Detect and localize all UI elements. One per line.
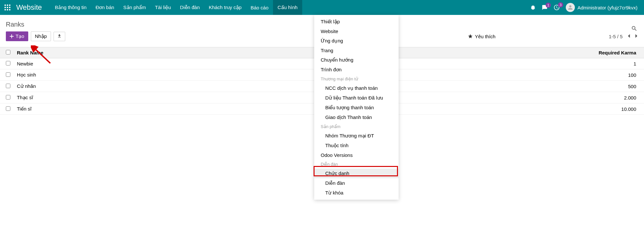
- svg-rect-7: [7, 9, 8, 10]
- download-button[interactable]: [54, 32, 65, 41]
- row-checkbox[interactable]: [6, 95, 10, 100]
- import-button[interactable]: Nhập: [31, 31, 51, 41]
- row-checkbox[interactable]: [6, 84, 10, 88]
- dropdown-item[interactable]: Trang: [314, 46, 399, 55]
- top-navbar: Website Bảng thông tin Đơn bán Sản phẩm …: [0, 0, 644, 15]
- dropdown-item[interactable]: Dữ liệu Thanh toán Đã lưu: [314, 93, 399, 103]
- svg-rect-10: [10, 36, 14, 37]
- menu-bao-cao[interactable]: Báo cáo: [246, 0, 273, 15]
- dropdown-item[interactable]: Odoo Versions: [314, 150, 399, 160]
- create-button[interactable]: Tạo: [6, 31, 28, 41]
- col-rank-name[interactable]: Rank Name: [14, 47, 268, 58]
- dropdown-item[interactable]: Website: [314, 27, 399, 36]
- svg-rect-1: [7, 5, 8, 6]
- user-name: Administrator (yfujz7cr9kvx): [577, 5, 638, 10]
- cell-rank-name: Cử nhân: [14, 81, 268, 92]
- svg-rect-8: [9, 9, 10, 10]
- svg-rect-6: [5, 9, 6, 10]
- config-dropdown: Thiết lậpWebsiteỨng dụngTrangChuyển hướn…: [314, 15, 399, 200]
- dropdown-item[interactable]: Từ khóa: [314, 188, 399, 198]
- pager: 1-5 / 5: [609, 34, 638, 39]
- user-menu[interactable]: Administrator (yfujz7cr9kvx): [566, 3, 638, 12]
- main-menu: Bảng thông tin Đơn bán Sản phẩm Tài liệu…: [50, 0, 302, 15]
- dropdown-item[interactable]: NCC dịch vụ thanh toán: [314, 83, 399, 93]
- pager-text: 1-5 / 5: [609, 34, 623, 39]
- menu-don-ban[interactable]: Đơn bán: [91, 0, 118, 15]
- highlight-annotation: [314, 166, 398, 176]
- chat-badge: 1: [546, 3, 551, 8]
- dropdown-section-header: Thương mại điện tử: [314, 75, 399, 83]
- dropdown-item[interactable]: Diễn đàn: [314, 178, 399, 188]
- pager-next[interactable]: [635, 34, 638, 39]
- dropdown-item[interactable]: Giao dịch Thanh toán: [314, 112, 399, 122]
- favorites-menu[interactable]: Yêu thích: [468, 34, 495, 39]
- svg-rect-5: [9, 7, 10, 8]
- svg-rect-0: [5, 5, 6, 6]
- activity-icon[interactable]: 3: [553, 4, 560, 11]
- dropdown-item[interactable]: Ứng dụng: [314, 36, 399, 46]
- download-icon: [57, 34, 62, 38]
- avatar: [566, 3, 575, 12]
- menu-dien-dan[interactable]: Diễn đàn: [176, 0, 204, 15]
- row-checkbox[interactable]: [6, 106, 10, 111]
- star-icon: [468, 34, 473, 39]
- chat-icon[interactable]: 1: [542, 5, 548, 10]
- menu-bang-thong-tin[interactable]: Bảng thông tin: [50, 0, 91, 15]
- apps-icon[interactable]: [0, 5, 15, 10]
- svg-rect-2: [9, 5, 10, 6]
- select-all-checkbox[interactable]: [6, 50, 10, 54]
- dropdown-item[interactable]: Thiết lập: [314, 17, 399, 27]
- dropdown-item[interactable]: Nhóm Thương mại ĐT: [314, 131, 399, 141]
- cell-rank-name: Học sinh: [14, 69, 268, 81]
- dropdown-item[interactable]: Thuộc tính: [314, 141, 399, 150]
- cell-rank-name: Thạc sĩ: [14, 92, 268, 103]
- menu-khach-truy-cap[interactable]: Khách truy cập: [204, 0, 246, 15]
- bug-icon[interactable]: [530, 5, 536, 10]
- svg-rect-3: [5, 7, 6, 8]
- app-title[interactable]: Website: [15, 3, 50, 12]
- favorites-label: Yêu thích: [475, 34, 495, 39]
- row-checkbox[interactable]: [6, 72, 10, 77]
- dropdown-section-header: Sản phẩm: [314, 122, 399, 131]
- menu-san-pham[interactable]: Sản phẩm: [119, 0, 151, 15]
- dropdown-item[interactable]: Chuyển hướng: [314, 55, 399, 65]
- search-icon[interactable]: [631, 25, 638, 33]
- menu-tai-lieu[interactable]: Tài liệu: [151, 0, 176, 15]
- plus-icon: [10, 34, 14, 39]
- create-label: Tạo: [16, 33, 24, 39]
- menu-cau-hinh[interactable]: Cấu hình: [273, 0, 302, 15]
- activity-badge: 3: [558, 2, 563, 7]
- dropdown-item[interactable]: Trình đơn: [314, 65, 399, 75]
- cell-rank-name: Newbie: [14, 58, 268, 69]
- row-checkbox[interactable]: [6, 61, 10, 65]
- dropdown-item[interactable]: Biểu tượng thanh toán: [314, 103, 399, 112]
- svg-rect-4: [7, 7, 8, 8]
- pager-prev[interactable]: [627, 34, 630, 39]
- cell-rank-name: Tiến sĩ: [14, 103, 268, 115]
